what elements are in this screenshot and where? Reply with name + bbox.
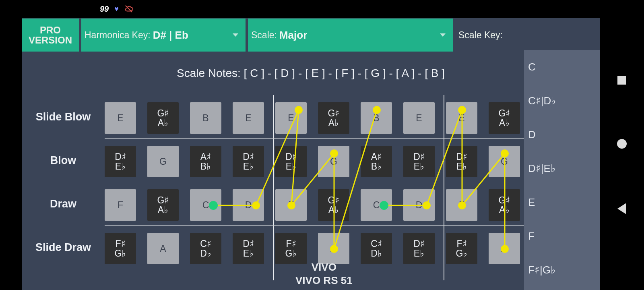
note-cell[interactable]: E [105,102,136,134]
scale-key-option[interactable]: G [524,287,600,290]
chevron-down-icon [440,33,446,37]
chevron-down-icon [233,33,238,37]
note-cell[interactable]: C♯D♭ [361,233,392,264]
note-cell[interactable]: A♯B♭ [190,146,221,177]
note-cell[interactable]: E [275,102,307,134]
pro-version-button[interactable]: PRO VERSION [22,19,79,52]
pro-line2: VERSION [29,35,72,45]
scale-key-option[interactable]: C [524,50,600,84]
scale-key-option[interactable]: F [524,219,600,253]
recent-apps-button[interactable] [617,76,626,85]
note-cell[interactable]: F [105,189,136,221]
back-button[interactable] [617,203,626,214]
scale-key-label: Scale Key: [458,30,503,41]
toolbar: PRO VERSION Harmonica Key: D# | Eb Scale… [22,18,600,52]
android-nav-bar [600,0,644,290]
note-cell[interactable]: F [446,189,477,221]
note-cell[interactable]: F♯G♭ [446,233,477,264]
note-cell[interactable]: D♯E♭ [233,146,264,177]
note-cell[interactable]: A [318,233,349,264]
note-cell[interactable]: D♯E♭ [403,146,435,177]
note-cell[interactable]: G [318,146,349,177]
scale-key-options[interactable]: CC♯|D♭DD♯|E♭EFF♯|G♭G [524,50,600,290]
harmonica-key-label: Harmonica Key: [85,30,151,41]
note-cell[interactable]: E [233,102,264,134]
row-label: Draw [22,182,105,226]
note-cell[interactable]: F♯G♭ [275,233,307,264]
home-button[interactable] [617,139,627,149]
note-cell[interactable]: F [275,189,307,221]
note-cell[interactable]: G♯A♭ [489,102,520,134]
scale-key-option[interactable]: C♯|D♭ [524,84,600,118]
note-cell[interactable]: G [147,146,179,177]
note-cell[interactable]: G♯A♭ [147,189,179,221]
note-cell[interactable]: A [147,233,179,264]
pro-line1: PRO [40,25,61,35]
note-cell[interactable]: D♯E♭ [275,146,307,177]
note-cell[interactable]: G♯A♭ [318,102,349,134]
note-cell[interactable]: F♯G♭ [105,233,136,264]
note-cell[interactable]: B [190,102,221,134]
cloud-off-icon [124,4,133,13]
note-cell[interactable]: D♯E♭ [105,146,136,177]
note-cell[interactable]: E [403,102,435,134]
grid-row-blow: D♯E♭GA♯B♭D♯E♭D♯E♭GA♯B♭D♯E♭D♯E♭G [105,139,524,182]
note-cell[interactable]: G♯A♭ [489,189,520,221]
scale-notes-line: Scale Notes: [ C ] - [ D ] - [ E ] - [ F… [22,52,600,95]
row-label: Slide Draw [22,226,105,269]
note-grid: Slide BlowBlowDrawSlide Draw EG♯A♭BEEG♯A… [22,95,600,288]
scale-key-option[interactable]: D♯|E♭ [524,151,600,185]
scale-key-option[interactable]: D [524,118,600,151]
scale-value: Major [279,29,307,41]
note-cell[interactable]: A [489,233,520,264]
note-cell[interactable]: D [233,189,264,221]
harmonica-key-value: D# | Eb [153,29,188,41]
grid-row-slide-draw: F♯G♭AC♯D♭D♯E♭F♯G♭AC♯D♭D♯E♭F♯G♭A [105,226,524,269]
note-cell[interactable]: C [361,189,392,221]
note-cell[interactable]: D♯E♭ [446,146,477,177]
grid-cells: EG♯A♭BEEG♯A♭BEEG♯A♭D♯E♭GA♯B♭D♯E♭D♯E♭GA♯B… [105,95,524,288]
grid-row-slide-blow: EG♯A♭BEEG♯A♭BEEG♯A♭ [105,95,524,139]
note-cell[interactable]: D [403,189,435,221]
note-cell[interactable]: B [361,102,392,134]
status-number: 99 [100,4,109,14]
note-cell[interactable]: C [190,189,221,221]
scale-label: Scale: [251,30,277,41]
scale-key-select[interactable]: Scale Key: [455,19,600,52]
scale-select[interactable]: Scale: Major [248,19,453,52]
scale-key-option[interactable]: F♯|G♭ [524,253,600,287]
note-cell[interactable]: E [446,102,477,134]
heart-icon: ♥ [114,5,119,13]
scale-key-option[interactable]: E [524,185,600,219]
row-label: Slide Blow [22,95,105,139]
note-cell[interactable]: A♯B♭ [361,146,392,177]
note-cell[interactable]: G♯A♭ [318,189,349,221]
note-cell[interactable]: G♯A♭ [147,102,179,134]
note-cell[interactable]: G [489,146,520,177]
row-labels: Slide BlowBlowDrawSlide Draw [22,95,105,269]
statusbar: 99 ♥ [0,0,644,18]
grid-row-draw: FG♯A♭CDFG♯A♭CDFG♯A♭ [105,182,524,226]
note-cell[interactable]: D♯E♭ [403,233,435,264]
harmonica-key-select[interactable]: Harmonica Key: D# | Eb [81,19,246,52]
app-window: PRO VERSION Harmonica Key: D# | Eb Scale… [22,18,600,290]
note-cell[interactable]: C♯D♭ [190,233,221,264]
note-cell[interactable]: D♯E♭ [233,233,264,264]
row-label: Blow [22,139,105,182]
